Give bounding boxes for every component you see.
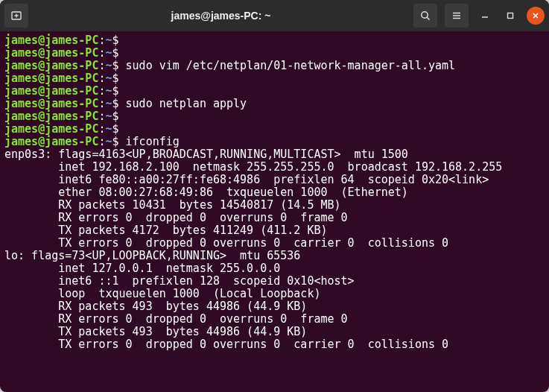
prompt-path: ~ <box>105 46 112 60</box>
terminal-line: RX errors 0 dropped 0 overruns 0 frame 0 <box>4 313 545 326</box>
output-text: inet 127.0.0.1 netmask 255.0.0.0 <box>4 262 280 275</box>
prompt-userhost: james@james-PC <box>4 46 98 60</box>
output-text: loop txqueuelen 1000 (Local Loopback) <box>4 287 320 300</box>
titlebar: james@james-PC: ~ <box>0 0 549 31</box>
output-text: inet6 ::1 prefixlen 128 scopeid 0x10<hos… <box>4 274 355 288</box>
svg-rect-9 <box>508 13 513 19</box>
prompt-userhost: james@james-PC <box>4 122 98 136</box>
prompt-path: ~ <box>105 122 112 136</box>
output-text: TX errors 0 dropped 0 overruns 0 carrier… <box>4 236 448 250</box>
terminal-line: loop txqueuelen 1000 (Local Loopback) <box>4 288 545 300</box>
prompt-path: ~ <box>105 34 112 47</box>
output-text: enp0s3: flags=4163<UP,BROADCAST,RUNNING,… <box>4 148 408 161</box>
terminal-line: lo: flags=73<UP,LOOPBACK,RUNNING> mtu 65… <box>4 250 545 262</box>
prompt-dollar: $ <box>112 46 126 60</box>
terminal-line: inet6 ::1 prefixlen 128 scopeid 0x10<hos… <box>4 275 545 288</box>
output-text: inet 192.168.2.100 netmask 255.255.255.0… <box>4 160 502 174</box>
svg-point-3 <box>422 12 428 18</box>
prompt-userhost: james@james-PC <box>4 34 98 47</box>
terminal-line: enp0s3: flags=4163<UP,BROADCAST,RUNNING,… <box>4 148 545 161</box>
output-text: RX packets 10431 bytes 14540817 (14.5 MB… <box>4 198 341 212</box>
terminal-line: TX errors 0 dropped 0 overruns 0 carrier… <box>4 338 545 351</box>
terminal-line: TX packets 4172 bytes 411249 (411.2 KB) <box>4 224 545 237</box>
terminal-line: RX packets 493 bytes 44986 (44.9 KB) <box>4 300 545 313</box>
output-text: TX packets 493 bytes 44986 (44.9 KB) <box>4 325 307 338</box>
terminal-line: james@james-PC:~$ sudo vim /etc/netplan/… <box>4 60 545 72</box>
terminal-line: james@james-PC:~$ <box>4 72 545 85</box>
prompt-dollar: $ <box>112 59 126 72</box>
terminal-line: inet 127.0.0.1 netmask 255.0.0.0 <box>4 262 545 275</box>
prompt-path: ~ <box>105 72 112 85</box>
terminal-line: james@james-PC:~$ <box>4 47 545 60</box>
output-text: inet6 fe80::a00:27ff:fe68:4986 prefixlen… <box>4 173 489 186</box>
prompt-dollar: $ <box>112 34 126 47</box>
prompt-userhost: james@james-PC <box>4 84 98 98</box>
prompt-userhost: james@james-PC <box>4 110 98 123</box>
search-button[interactable] <box>413 4 437 28</box>
prompt-dollar: $ <box>112 72 126 85</box>
prompt-path: ~ <box>105 84 112 98</box>
maximize-button[interactable] <box>501 7 519 25</box>
terminal-window: james@james-PC: ~ james@james-PC:~$ jame… <box>0 0 549 392</box>
terminal-line: james@james-PC:~$ sudo netplan apply <box>4 98 545 110</box>
prompt-dollar: $ <box>112 135 126 148</box>
output-text: TX packets 4172 bytes 411249 (411.2 KB) <box>4 224 327 237</box>
terminal-line: ether 08:00:27:68:49:86 txqueuelen 1000 … <box>4 186 545 199</box>
close-button[interactable] <box>527 7 545 25</box>
prompt-userhost: james@james-PC <box>4 135 98 148</box>
terminal-line: james@james-PC:~$ <box>4 110 545 123</box>
minimize-button[interactable] <box>476 7 494 25</box>
output-text: lo: flags=73<UP,LOOPBACK,RUNNING> mtu 65… <box>4 249 300 262</box>
output-text: RX errors 0 dropped 0 overruns 0 frame 0 <box>4 312 348 326</box>
output-text: TX errors 0 dropped 0 overruns 0 carrier… <box>4 338 448 351</box>
new-tab-button[interactable] <box>4 4 28 28</box>
terminal-line: james@james-PC:~$ ifconfig <box>4 136 545 148</box>
prompt-userhost: james@james-PC <box>4 97 98 110</box>
terminal-line: TX packets 493 bytes 44986 (44.9 KB) <box>4 326 545 338</box>
prompt-dollar: $ <box>112 84 126 98</box>
prompt-path: ~ <box>105 59 112 72</box>
terminal-line: TX errors 0 dropped 0 overruns 0 carrier… <box>4 237 545 250</box>
output-text: RX packets 493 bytes 44986 (44.9 KB) <box>4 300 307 313</box>
prompt-path: ~ <box>105 97 112 110</box>
terminal-line: RX errors 0 dropped 0 overruns 0 frame 0 <box>4 212 545 224</box>
prompt-dollar: $ <box>112 110 126 123</box>
svg-line-4 <box>427 17 429 19</box>
terminal-line: RX packets 10431 bytes 14540817 (14.5 MB… <box>4 199 545 212</box>
prompt-path: ~ <box>105 135 112 148</box>
terminal-line: james@james-PC:~$ <box>4 34 545 47</box>
menu-button[interactable] <box>445 4 469 28</box>
command-text: sudo netplan apply <box>126 97 247 110</box>
command-text: ifconfig <box>126 135 180 148</box>
terminal-line: james@james-PC:~$ <box>4 85 545 98</box>
prompt-userhost: james@james-PC <box>4 72 98 85</box>
output-text: RX errors 0 dropped 0 overruns 0 frame 0 <box>4 211 348 224</box>
window-title: james@james-PC: ~ <box>28 10 413 22</box>
output-text: ether 08:00:27:68:49:86 txqueuelen 1000 … <box>4 186 408 199</box>
prompt-dollar: $ <box>112 97 126 110</box>
prompt-path: ~ <box>105 110 112 123</box>
prompt-dollar: $ <box>112 122 126 136</box>
terminal-line: james@james-PC:~$ <box>4 123 545 136</box>
terminal-line: inet 192.168.2.100 netmask 255.255.255.0… <box>4 161 545 174</box>
prompt-userhost: james@james-PC <box>4 59 98 72</box>
terminal-output[interactable]: james@james-PC:~$ james@james-PC:~$ jame… <box>0 31 549 392</box>
command-text: sudo vim /etc/netplan/01-network-manager… <box>126 59 456 72</box>
terminal-line: inet6 fe80::a00:27ff:fe68:4986 prefixlen… <box>4 174 545 186</box>
